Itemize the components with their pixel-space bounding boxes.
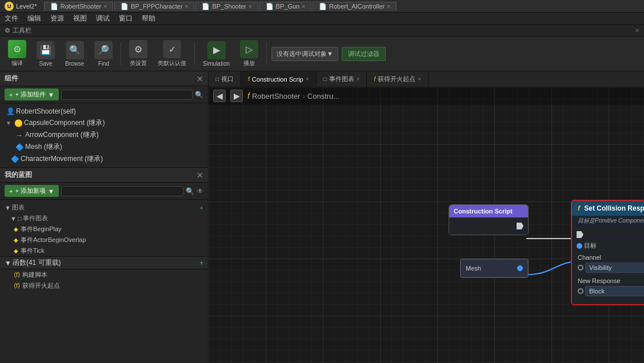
construction-script-node[interactable]: Construction Script [449, 204, 529, 235]
components-close[interactable]: ✕ [197, 74, 203, 83]
simulation-button[interactable]: ▶ Simulation [199, 40, 233, 68]
add-graph-button[interactable]: + [200, 204, 203, 211]
nav-forward-button[interactable]: ▶ [230, 90, 243, 102]
class-settings-button[interactable]: ⚙ 类设置 [126, 39, 151, 68]
tree-item-character-movement[interactable]: 🔷 CharacterMovement (继承) [0, 153, 208, 165]
menu-debug[interactable]: 调试 [96, 14, 110, 23]
title-bar: U Level2* 📄 RobertShooter × 📄 BP_FPPChar… [0, 0, 644, 13]
channel-row: Channel Visibility ▼ [572, 252, 644, 275]
target-dot-pin [577, 243, 582, 249]
channel-dropdown[interactable]: Visibility ▼ [585, 263, 644, 273]
component-tree: 👤 RobertShooter(self) ▼ 🟡 CapsuleCompone… [0, 103, 208, 167]
mesh-label: Mesh [466, 265, 481, 272]
breadcrumb-icon: f [247, 91, 250, 100]
component-search-icon[interactable]: 🔍 [195, 91, 203, 99]
collision-node-header: f Set Collision Response to Channel [572, 201, 644, 216]
debug-object-dropdown[interactable]: 没有选中调试对象▼ [271, 47, 338, 61]
compile-button[interactable]: ⚙ 编译 [5, 39, 30, 68]
collision-subtitle: 目标是Primitive Component [572, 216, 644, 226]
getfire-tab-close[interactable]: × [418, 76, 421, 82]
construction-tab-close[interactable]: × [306, 76, 309, 82]
find-button[interactable]: 🔎 Find [91, 40, 116, 68]
response-label: New Response [578, 277, 644, 284]
tab-construction-script[interactable]: f Construction Scrip × [241, 71, 317, 87]
graph-viewport[interactable]: ◀ ▶ f RobertShooter › Constru... Co [209, 87, 644, 363]
blueprint-tree: ▼ 图表 + ▼ □ 事件图表 ◆ 事件BeginPlay ◆ 事件ActorB… [0, 200, 208, 363]
left-panel: 组件 ✕ + + 添加组件 ▼ 🔍 👤 RobertShooter(self) [0, 71, 209, 363]
blueprint-options-icon[interactable]: 👁 [197, 187, 203, 195]
add-component-button[interactable]: + + 添加组件 ▼ [5, 88, 59, 100]
graph-tabs: □ 视口 f Construction Scrip × □ 事件图表 × f 获… [209, 71, 644, 87]
event-tab-close[interactable]: × [357, 76, 360, 82]
play-button[interactable]: ▷ 播放 [237, 39, 262, 68]
menu-bar: 文件 编辑 资源 视图 调试 窗口 帮助 [0, 13, 644, 25]
menu-assets[interactable]: 资源 [50, 14, 64, 23]
mesh-dot-pin [517, 265, 523, 271]
capsule-icon: 🟡 [14, 119, 23, 128]
construction-node-body [449, 217, 528, 235]
breadcrumb-current: Constru... [307, 92, 339, 100]
construction-exec-out [517, 223, 523, 229]
bp-begin-play[interactable]: ◆ 事件BeginPlay [0, 224, 208, 235]
functions-header: ▼ 函数(41 可重载) + [0, 256, 208, 269]
breadcrumb-root: RobertShooter [252, 92, 301, 100]
component-search-input[interactable] [61, 90, 193, 100]
collision-target-row: 目标 [572, 240, 644, 252]
channel-label: Channel [578, 254, 644, 261]
blueprint-section: 我的蓝图 ✕ + + 添加新项 ▼ 🔍 👁 ▼ 图表 + [0, 168, 208, 363]
bp-event-graph-category[interactable]: ▼ □ 事件图表 [0, 213, 208, 224]
tree-item-mesh[interactable]: 🔷 Mesh (继承) [0, 141, 208, 153]
viewport-tab-icon: □ [215, 76, 219, 82]
collision-exec-row [572, 229, 644, 240]
mesh-node[interactable]: Mesh [460, 259, 529, 278]
set-collision-node[interactable]: f Set Collision Response to Channel 目标是P… [571, 200, 644, 305]
exec-in-area [577, 231, 583, 238]
response-input-row: Block ▼ [578, 286, 644, 296]
nav-back-button[interactable]: ◀ [213, 90, 226, 102]
collision-title: Set Collision Response to Channel [584, 204, 644, 212]
blueprint-search-input[interactable] [61, 186, 183, 196]
tree-item-self[interactable]: 👤 RobertShooter(self) [0, 106, 208, 117]
response-dropdown[interactable]: Block ▼ [585, 286, 644, 296]
debug-filter-button[interactable]: 调试过滤器 [342, 47, 386, 61]
tab-ai-controller[interactable]: 📄 Robert_AIController × [313, 2, 397, 11]
add-new-button[interactable]: + + 添加新项 ▼ [5, 185, 59, 197]
add-function-button[interactable]: + [199, 259, 203, 267]
toolbar-separator-3 [266, 42, 267, 65]
tab-robert-shooter[interactable]: 📄 RobertShooter × [44, 2, 113, 11]
menu-help[interactable]: 帮助 [142, 14, 155, 23]
tab-get-fire[interactable]: f 获得开火起点 × [367, 71, 429, 87]
bp-construct[interactable]: ⟨f⟩ 构建脚本 [0, 269, 208, 280]
components-section: 组件 ✕ + + 添加组件 ▼ 🔍 👤 RobertShooter(self) [0, 71, 208, 168]
add-component-bar: + + 添加组件 ▼ 🔍 [0, 86, 208, 103]
save-button[interactable]: 💾 Save [33, 40, 58, 68]
tab-viewport[interactable]: □ 视口 [209, 71, 241, 87]
menu-file[interactable]: 文件 [5, 14, 18, 23]
blueprint-title: 我的蓝图 [5, 170, 32, 180]
tab-bp-fpp[interactable]: 📄 BP_FPPCharacter × [114, 2, 194, 11]
tab-bp-shooter[interactable]: 📄 BP_Shooter × [195, 2, 258, 11]
bp-overlap[interactable]: ◆ 事件ActorBeginOverlap [0, 235, 208, 245]
bp-tick[interactable]: ◆ 事件Tick [0, 245, 208, 256]
mesh-pin-row: Mesh [461, 263, 527, 273]
blueprint-close[interactable]: ✕ [197, 171, 203, 180]
target-label: 目标 [584, 241, 597, 250]
tab-event-graph[interactable]: □ 事件图表 × [317, 71, 367, 87]
toolbar-label: ⚙ 工具栏 ✕ [0, 25, 644, 37]
toolbar-separator-1 [121, 42, 121, 65]
browse-button[interactable]: 🔍 Browse [62, 40, 87, 68]
menu-view[interactable]: 视图 [73, 14, 87, 23]
menu-edit[interactable]: 编辑 [27, 14, 41, 23]
construct-icon: ⟨f⟩ [14, 271, 20, 279]
blueprint-search-icon[interactable]: 🔍 [186, 187, 194, 195]
mesh-icon: 🔷 [15, 143, 24, 152]
tab-bp-gun[interactable]: 📄 BP_Gun × [259, 2, 311, 11]
class-defaults-button[interactable]: ✓ 类默认认值 [154, 39, 190, 68]
bp-fire[interactable]: ⟨f⟩ 获得开火起点 [0, 280, 208, 291]
tree-item-arrow[interactable]: → ArrowComponent (继承) [0, 129, 208, 141]
mesh-out-pin [517, 265, 523, 271]
mesh-node-body: Mesh [461, 259, 528, 277]
tree-item-capsule[interactable]: ▼ 🟡 CapsuleComponent (继承) [0, 117, 208, 129]
components-title: 组件 [5, 74, 18, 83]
menu-window[interactable]: 窗口 [119, 14, 133, 23]
